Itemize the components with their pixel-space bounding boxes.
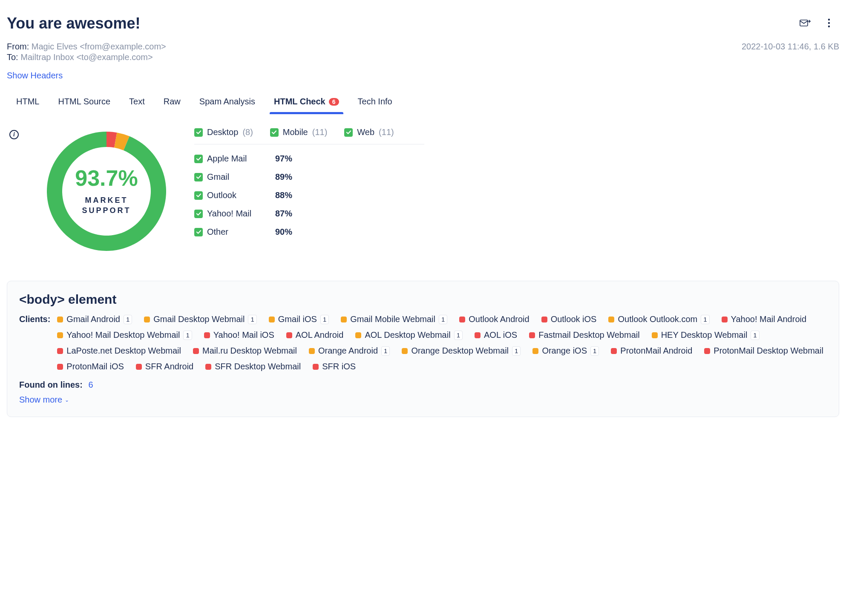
tab-html[interactable]: HTML [16,92,39,114]
status-dot-icon [529,332,535,338]
tab-html-check[interactable]: HTML Check6 [274,92,339,114]
chip-count: 1 [248,315,256,324]
forward-icon[interactable] [799,17,811,29]
status-dot-icon [722,317,728,322]
chip-count: 1 [590,346,599,356]
client-yahoo-mail[interactable]: Yahoo! Mail [194,209,275,219]
status-dot-icon [704,348,710,354]
status-dot-icon [541,317,547,322]
client-chip: AOL Android [286,330,344,340]
svg-point-2 [828,22,830,24]
info-icon[interactable]: i [9,130,19,139]
chip-count: 1 [439,315,447,324]
platform-label: Desktop [207,127,238,137]
status-dot-icon [57,348,63,354]
checkbox-icon [194,173,203,181]
client-chip: Gmail Android1 [57,314,132,324]
client-row: Gmail89% [194,168,424,186]
chip-label: Mail.ru Desktop Webmail [202,346,297,356]
checkbox-icon [194,210,203,218]
client-chip: LaPoste.net Desktop Webmail [57,346,181,356]
to-label: To: [7,52,18,62]
platform-label: Mobile [283,127,308,137]
status-dot-icon [269,317,275,322]
client-chip: Outlook iOS [541,314,597,324]
chip-label: Fastmail Desktop Webmail [538,330,639,340]
show-headers-link[interactable]: Show Headers [7,71,63,81]
client-percent: 87% [275,209,292,219]
svg-point-3 [828,26,830,27]
status-dot-icon [57,332,63,338]
client-chip: Orange Android1 [309,346,390,356]
tab-html-source[interactable]: HTML Source [58,92,110,114]
client-percent: 97% [275,154,292,164]
market-support-donut: 93.7% MARKET SUPPORT [43,127,170,255]
show-more-link[interactable]: Show more ⌄ [19,395,827,405]
chip-label: Orange Android [318,346,378,356]
chip-label: AOL iOS [484,330,517,340]
chip-label: SFR Desktop Webmail [215,362,301,371]
client-chip: Orange Desktop Webmail1 [402,346,521,356]
client-chip: ProtonMail Android [611,346,692,356]
client-chip: SFR Android [136,362,193,371]
chip-count: 1 [454,331,463,340]
svg-rect-0 [800,20,808,26]
client-gmail[interactable]: Gmail [194,172,275,182]
tabs: HTMLHTML SourceTextRawSpam AnalysisHTML … [7,92,839,115]
chip-count: 1 [512,346,521,356]
platform-mobile[interactable]: Mobile (11) [270,127,328,137]
chip-label: Yahoo! Mail iOS [213,330,274,340]
chip-label: SFR iOS [322,362,356,371]
client-chip: ProtonMail iOS [57,362,124,371]
status-dot-icon [136,364,142,370]
platform-desktop[interactable]: Desktop (8) [194,127,253,137]
client-percent: 90% [275,227,292,237]
tab-spam-analysis[interactable]: Spam Analysis [199,92,255,114]
client-chip: SFR iOS [313,362,356,371]
chip-count: 1 [124,315,132,324]
client-chip: Yahoo! Mail Desktop Webmail1 [57,330,192,340]
client-row: Outlook88% [194,186,424,204]
client-chip: HEY Desktop Webmail1 [652,330,760,340]
chip-label: Gmail Mobile Webmail [350,314,435,324]
client-outlook[interactable]: Outlook [194,190,275,200]
client-apple-mail[interactable]: Apple Mail [194,154,275,164]
status-dot-icon [313,364,319,370]
client-other[interactable]: Other [194,227,275,237]
more-menu-icon[interactable] [823,17,835,29]
page-title: You are awesome! [7,14,140,32]
status-dot-icon [341,317,347,322]
status-dot-icon [608,317,614,322]
chip-label: Orange iOS [542,346,587,356]
client-chip: SFR Desktop Webmail [205,362,301,371]
tab-text[interactable]: Text [129,92,145,114]
status-dot-icon [193,348,199,354]
chip-count: 1 [751,331,759,340]
donut-label-2: SUPPORT [82,206,131,215]
donut-percent: 93.7% [75,167,138,189]
chip-label: SFR Android [145,362,193,371]
client-label: Yahoo! Mail [207,209,251,219]
tab-label: HTML [16,97,39,107]
status-dot-icon [57,317,63,322]
issue-title: <body> element [19,292,827,307]
chip-label: Yahoo! Mail Desktop Webmail [66,330,180,340]
status-dot-icon [355,332,361,338]
platform-count: (11) [379,127,394,137]
platform-web[interactable]: Web (11) [344,127,394,137]
client-label: Other [207,227,228,237]
client-row: Apple Mail97% [194,150,424,168]
tab-raw[interactable]: Raw [164,92,181,114]
tab-badge: 6 [329,98,339,106]
chip-label: ProtonMail iOS [66,362,124,371]
client-label: Apple Mail [207,154,247,164]
client-chip: Outlook Outlook.com1 [608,314,709,324]
timestamp: 2022-10-03 11:46, 1.6 KB [742,42,839,52]
chevron-down-icon: ⌄ [65,397,69,403]
client-chip: Gmail Desktop Webmail1 [144,314,256,324]
tab-tech-info[interactable]: Tech Info [358,92,392,114]
chip-label: Orange Desktop Webmail [411,346,509,356]
chip-label: ProtonMail Android [620,346,692,356]
client-label: Outlook [207,190,236,200]
client-chip: Yahoo! Mail Android [722,314,807,324]
